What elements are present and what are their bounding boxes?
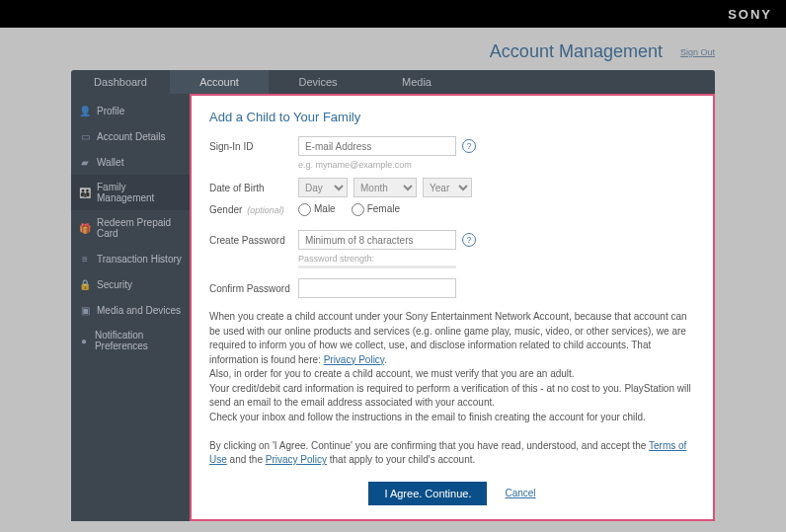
signin-label: Sign-In ID (209, 141, 298, 152)
password-strength-label: Password strength: (298, 254, 695, 264)
sidebar-item-notifications[interactable]: ●Notification Preferences (71, 323, 190, 358)
sidebar-item-label: Wallet (97, 157, 123, 168)
main-panel: Add a Child to Your Family Sign-In ID ? … (190, 94, 715, 521)
sidebar-item-security[interactable]: 🔒Security (71, 271, 190, 297)
sign-out-link[interactable]: Sign Out (680, 47, 715, 62)
sidebar-item-label: Notification Preferences (95, 330, 182, 351)
sidebar: 👤Profile ▭Account Details ▰Wallet 👪Famil… (71, 94, 190, 521)
devices-icon: ▣ (79, 304, 91, 316)
privacy-policy-link-2[interactable]: Privacy Policy (266, 454, 327, 465)
sidebar-item-label: Family Management (97, 182, 182, 203)
password-label: Create Password (209, 235, 298, 246)
sidebar-item-label: Account Details (97, 131, 165, 142)
sony-logo: SONY (728, 7, 772, 22)
password-input[interactable] (298, 230, 456, 250)
page-title: Account Management (490, 41, 663, 62)
signin-input[interactable] (298, 136, 456, 156)
sidebar-item-label: Security (97, 279, 132, 290)
form-title: Add a Child to Your Family (209, 110, 695, 124)
dob-day-select[interactable]: Day (298, 178, 348, 197)
person-icon: 👤 (79, 105, 91, 116)
tab-account[interactable]: Account (170, 70, 269, 94)
family-icon: 👪 (79, 187, 91, 198)
tab-media[interactable]: Media (367, 70, 466, 94)
help-icon[interactable]: ? (462, 139, 476, 153)
gender-female-option[interactable]: Female (352, 203, 400, 216)
lock-icon: 🔒 (79, 278, 91, 290)
tab-bar: Dashboard Account Devices Media (71, 70, 715, 94)
tab-devices[interactable]: Devices (269, 70, 367, 94)
dob-label: Date of Birth (209, 183, 298, 193)
cancel-link[interactable]: Cancel (505, 488, 535, 498)
signin-hint: e.g. myname@example.com (298, 160, 695, 170)
sidebar-item-label: Media and Devices (97, 305, 181, 316)
password-strength-bar (298, 266, 456, 268)
gender-female-radio[interactable] (352, 203, 364, 216)
sidebar-item-label: Profile (97, 106, 124, 116)
app-container: Dashboard Account Devices Media 👤Profile… (71, 70, 715, 521)
sidebar-item-account-details[interactable]: ▭Account Details (71, 123, 190, 149)
tab-dashboard[interactable]: Dashboard (71, 70, 170, 94)
sidebar-item-family[interactable]: 👪Family Management (71, 175, 190, 210)
gender-label: Gender (optional) (209, 204, 298, 215)
sidebar-item-redeem[interactable]: 🎁Redeem Prepaid Card (71, 210, 190, 246)
confirm-label: Confirm Password (209, 283, 298, 294)
history-icon: ≡ (79, 253, 91, 265)
bell-icon: ● (79, 335, 89, 346)
global-topbar: SONY (0, 0, 786, 28)
dob-year-select[interactable]: Year (423, 178, 472, 197)
body: 👤Profile ▭Account Details ▰Wallet 👪Famil… (71, 94, 715, 521)
sidebar-item-transactions[interactable]: ≡Transaction History (71, 246, 190, 271)
sidebar-item-wallet[interactable]: ▰Wallet (71, 149, 190, 175)
dob-month-select[interactable]: Month (354, 178, 417, 197)
page-header: Account Management Sign Out (0, 28, 786, 70)
page: Account Management Sign Out Dashboard Ac… (0, 28, 786, 532)
sidebar-item-label: Transaction History (97, 254, 182, 265)
info-text: When you create a child account under yo… (209, 310, 695, 468)
sidebar-item-media-devices[interactable]: ▣Media and Devices (71, 297, 190, 323)
sidebar-item-profile[interactable]: 👤Profile (71, 98, 190, 123)
card-icon: ▭ (79, 130, 91, 142)
confirm-password-input[interactable] (298, 278, 456, 298)
wallet-icon: ▰ (79, 156, 91, 168)
gift-icon: 🎁 (79, 222, 91, 234)
help-icon[interactable]: ? (462, 233, 476, 247)
privacy-policy-link[interactable]: Privacy Policy (324, 354, 385, 365)
gender-male-radio[interactable] (298, 203, 311, 216)
sidebar-item-label: Redeem Prepaid Card (97, 217, 182, 239)
gender-male-option[interactable]: Male (298, 203, 336, 216)
agree-continue-button[interactable]: I Agree. Continue. (368, 482, 487, 505)
